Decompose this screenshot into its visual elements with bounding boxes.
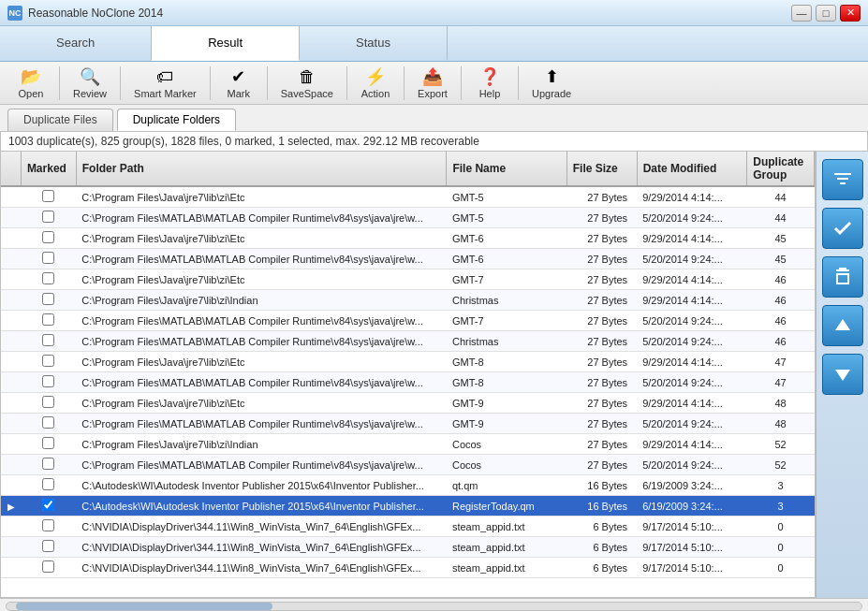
col-header-folder-path[interactable]: Folder Path	[76, 152, 447, 186]
row-file-name: GMT-5	[447, 208, 566, 228]
move-up-button[interactable]	[822, 305, 863, 346]
table-row[interactable]: C:\Program Files\MATLAB\MATLAB Compiler …	[1, 372, 815, 393]
table-row[interactable]: C:\Program Files\Java\jre7\lib\zi\EtcGMT…	[1, 393, 815, 414]
row-file-size: 6 Bytes	[566, 558, 637, 578]
export-button[interactable]: 📤 Export	[409, 63, 456, 103]
tab-search[interactable]: Search	[0, 26, 152, 61]
row-file-size: 27 Bytes	[566, 434, 637, 455]
row-marked-col[interactable]	[21, 249, 76, 269]
row-marked-col[interactable]	[21, 537, 76, 558]
row-marked-col[interactable]	[21, 516, 76, 537]
row-marked-col[interactable]	[21, 393, 76, 414]
close-button[interactable]: ✕	[840, 5, 861, 22]
row-marked-col[interactable]	[21, 331, 76, 352]
maximize-button[interactable]: □	[816, 5, 836, 22]
row-dup-group: 46	[747, 331, 815, 352]
table-row[interactable]: C:\Program Files\Java\jre7\lib\zi\Indian…	[1, 434, 815, 455]
upgrade-icon: ⬆	[545, 66, 559, 87]
row-marked-col[interactable]	[21, 352, 76, 372]
sub-tab-duplicate-folders[interactable]: Duplicate Folders	[117, 109, 236, 131]
help-button[interactable]: ❓ Help	[466, 63, 513, 103]
row-marked-col[interactable]	[21, 434, 76, 455]
row-file-name: Cocos	[447, 434, 566, 455]
table-row[interactable]: C:\Program Files\MATLAB\MATLAB Compiler …	[1, 414, 815, 434]
col-header-arrow	[1, 152, 21, 186]
row-folder-path: C:\Program Files\Java\jre7\lib\zi\Etc	[76, 269, 447, 290]
row-arrow-col	[1, 516, 21, 537]
toolbar-sep-6	[404, 66, 405, 100]
row-date-modified: 5/20/2014 9:24:...	[637, 455, 747, 475]
row-marked-col[interactable]	[21, 208, 76, 228]
toolbar-sep-5	[346, 66, 347, 100]
savespace-button[interactable]: 🗑 SaveSpace	[272, 64, 342, 103]
row-arrow-col	[1, 372, 21, 393]
action-button[interactable]: ⚡ Action	[352, 63, 399, 103]
row-marked-col[interactable]	[21, 475, 76, 496]
col-header-marked[interactable]: Marked	[21, 152, 76, 186]
row-arrow-col	[1, 311, 21, 331]
table-row[interactable]: C:\Program Files\MATLAB\MATLAB Compiler …	[1, 331, 815, 352]
row-marked-col[interactable]	[21, 372, 76, 393]
svg-rect-7	[838, 273, 847, 275]
toolbar-sep-8	[518, 66, 519, 100]
filter-button[interactable]	[822, 159, 863, 200]
results-table-container[interactable]: Marked Folder Path File Name File Size D…	[0, 152, 816, 598]
table-row[interactable]: C:\NVIDIA\DisplayDriver\344.11\Win8_WinV…	[1, 516, 815, 537]
row-marked-col[interactable]	[21, 186, 76, 208]
toolbar-sep-7	[461, 66, 462, 100]
row-dup-group: 46	[747, 269, 815, 290]
tab-status[interactable]: Status	[300, 26, 448, 61]
table-row[interactable]: C:\Program Files\Java\jre7\lib\zi\EtcGMT…	[1, 228, 815, 249]
mark-button[interactable]: ✔ Mark	[215, 63, 262, 103]
table-row[interactable]: C:\Program Files\MATLAB\MATLAB Compiler …	[1, 249, 815, 269]
row-marked-col[interactable]	[21, 269, 76, 290]
delete-button[interactable]	[822, 256, 863, 298]
table-row[interactable]: C:\Program Files\MATLAB\MATLAB Compiler …	[1, 208, 815, 228]
row-marked-col[interactable]	[21, 558, 76, 578]
table-row[interactable]: C:\Program Files\Java\jre7\lib\zi\EtcGMT…	[1, 269, 815, 290]
row-dup-group: 45	[747, 249, 815, 269]
row-dup-group: 44	[747, 208, 815, 228]
row-marked-col[interactable]	[21, 414, 76, 434]
row-file-size: 27 Bytes	[566, 414, 637, 434]
move-down-button[interactable]	[822, 354, 863, 395]
check-all-button[interactable]	[822, 208, 863, 249]
row-marked-col[interactable]	[21, 311, 76, 331]
row-date-modified: 5/20/2014 9:24:...	[637, 372, 747, 393]
col-header-file-name[interactable]: File Name	[447, 152, 566, 186]
table-row[interactable]: C:\Program Files\Java\jre7\lib\zi\Indian…	[1, 290, 815, 311]
table-row[interactable]: C:\Program Files\MATLAB\MATLAB Compiler …	[1, 311, 815, 331]
upgrade-button[interactable]: ⬆ Upgrade	[523, 63, 580, 103]
status-text: 1003 duplicate(s), 825 group(s), 1828 fi…	[8, 135, 479, 148]
row-dup-group: 47	[747, 352, 815, 372]
sub-tab-duplicate-files[interactable]: Duplicate Files	[7, 109, 113, 131]
smart-marker-button[interactable]: 🏷 Smart Marker	[125, 64, 205, 103]
title-bar: NC Reasonable NoClone 2014 — □ ✕	[0, 0, 868, 26]
table-row[interactable]: C:\Program Files\MATLAB\MATLAB Compiler …	[1, 455, 815, 475]
row-marked-col[interactable]	[21, 228, 76, 249]
row-marked-col[interactable]	[21, 290, 76, 311]
minimize-button[interactable]: —	[791, 5, 812, 22]
row-file-name: steam_appid.txt	[447, 516, 566, 537]
review-button[interactable]: 🔍 Review	[65, 63, 115, 103]
open-button[interactable]: 📂 Open	[7, 63, 54, 103]
row-folder-path: C:\Program Files\MATLAB\MATLAB Compiler …	[76, 311, 447, 331]
col-header-file-size[interactable]: File Size	[566, 152, 637, 186]
table-row[interactable]: ▶C:\Autodesk\WI\Autodesk Inventor Publis…	[1, 496, 815, 516]
row-marked-col[interactable]	[21, 455, 76, 475]
row-arrow-col	[1, 208, 21, 228]
tab-result[interactable]: Result	[152, 26, 300, 61]
row-arrow-col	[1, 475, 21, 496]
table-row[interactable]: C:\Autodesk\WI\Autodesk Inventor Publish…	[1, 475, 815, 496]
table-row[interactable]: C:\Program Files\Java\jre7\lib\zi\EtcGMT…	[1, 186, 815, 208]
col-header-date-modified[interactable]: Date Modified	[637, 152, 747, 186]
table-row[interactable]: C:\NVIDIA\DisplayDriver\344.11\Win8_WinV…	[1, 537, 815, 558]
col-header-dup-group[interactable]: DuplicateGroup	[747, 152, 815, 186]
row-marked-col[interactable]	[21, 496, 76, 516]
horizontal-scrollbar[interactable]	[0, 598, 868, 611]
row-date-modified: 9/29/2014 4:14:...	[637, 269, 747, 290]
table-row[interactable]: C:\Program Files\Java\jre7\lib\zi\EtcGMT…	[1, 352, 815, 372]
row-dup-group: 47	[747, 372, 815, 393]
row-folder-path: C:\Autodesk\WI\Autodesk Inventor Publish…	[76, 475, 447, 496]
table-row[interactable]: C:\NVIDIA\DisplayDriver\344.11\Win8_WinV…	[1, 558, 815, 578]
